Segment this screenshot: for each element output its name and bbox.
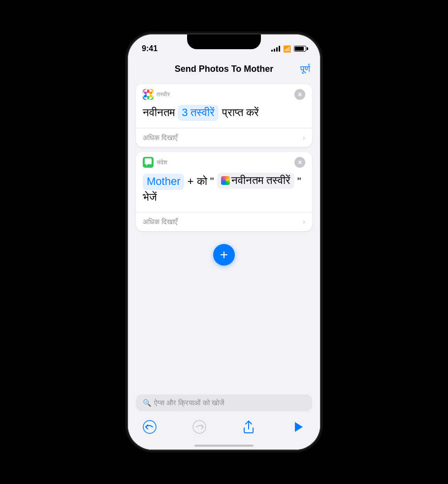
messages-action-card: संदेश × Mother + को " नवीनतम तस्वीरें " … [136, 152, 312, 231]
done-button[interactable]: पूर्ण [300, 64, 310, 74]
add-icon: + [220, 247, 228, 263]
wifi-icon: 📶 [283, 45, 291, 53]
messages-body-text-1: + को " [188, 175, 217, 187]
photos-chevron-icon: › [303, 133, 305, 142]
nav-bar: Send Photos To Mother पूर्ण [128, 59, 320, 79]
messages-app-icon [143, 157, 154, 168]
svg-point-9 [143, 421, 156, 433]
photos-card-footer[interactable]: अधिक दिखाएँ › [136, 128, 312, 147]
messages-card-body: Mother + को " नवीनतम तस्वीरें " भेजें [136, 171, 312, 212]
toolbar [136, 416, 312, 446]
mother-token[interactable]: Mother [143, 174, 184, 190]
photos-mini-icon [221, 176, 230, 185]
undo-button[interactable] [141, 418, 159, 436]
svg-point-7 [147, 93, 150, 96]
status-icons: 📶 [271, 45, 306, 53]
add-action-button[interactable]: + [213, 244, 235, 266]
messages-close-button[interactable]: × [294, 157, 305, 168]
photos-body-text-2: प्राप्त करें [219, 106, 258, 119]
search-placeholder: ऐप्स और क्रियाओं को खोजें [154, 398, 224, 407]
status-time: 9:41 [142, 44, 158, 53]
play-button[interactable] [289, 418, 307, 436]
messages-body-text-2: " [294, 175, 301, 187]
messages-body-text-3: भेजें [143, 191, 157, 203]
messages-card-header: संदेश × [136, 152, 312, 171]
bottom-section: 🔍 ऐप्स और क्रियाओं को खोजें [128, 391, 320, 450]
signal-icon [271, 46, 280, 52]
redo-button[interactable] [191, 418, 208, 436]
photos-close-button[interactable]: × [294, 89, 305, 100]
messages-card-footer[interactable]: अधिक दिखाएँ › [136, 212, 312, 231]
messages-show-more-label: अधिक दिखाएँ [143, 217, 178, 226]
messages-chevron-icon: › [303, 217, 305, 226]
search-icon: 🔍 [143, 399, 151, 407]
messages-card-header-left: संदेश [143, 157, 167, 168]
photos-card-label: तस्वीर [157, 91, 170, 98]
photos-token[interactable]: नवीनतम तस्वीरें [217, 173, 294, 189]
photos-card-header: तस्वीर × [136, 84, 312, 103]
search-bar[interactable]: 🔍 ऐप्स और क्रियाओं को खोजें [136, 394, 312, 411]
photos-action-card: तस्वीर × नवीनतम 3 तस्वीरें प्राप्त करें … [136, 84, 312, 147]
photos-count-token[interactable]: 3 तस्वीरें [178, 105, 219, 121]
photos-show-more-label: अधिक दिखाएँ [143, 133, 178, 142]
add-button-container: + [136, 236, 312, 273]
photos-card-header-left: तस्वीर [143, 89, 170, 100]
photos-body-text-1: नवीनतम [143, 106, 178, 119]
photos-app-icon [143, 89, 154, 100]
messages-card-label: संदेश [157, 159, 167, 166]
photos-card-body: नवीनतम 3 तस्वीरें प्राप्त करें [136, 103, 312, 128]
share-button[interactable] [240, 418, 257, 436]
page-title: Send Photos To Mother [175, 64, 274, 74]
home-indicator [194, 445, 254, 447]
battery-icon [294, 46, 306, 52]
svg-point-10 [193, 421, 206, 433]
